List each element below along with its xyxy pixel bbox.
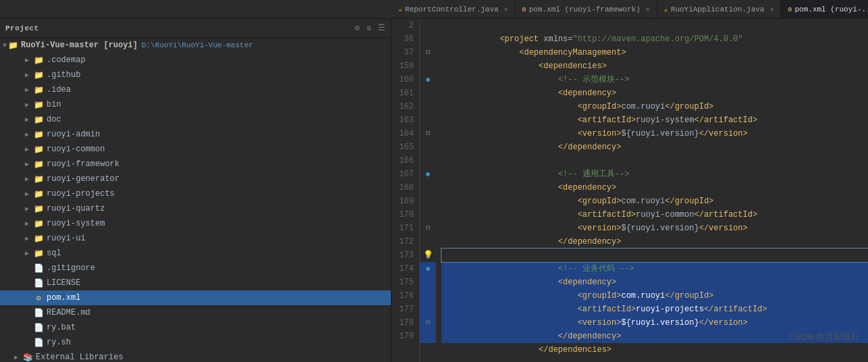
tree-item-ry-bat[interactable]: ▶ 📄 ry.bat [0,320,391,335]
xml-icon: ⚙ [522,5,526,14]
tab-pom-ruoyi[interactable]: ⚙ pom.xml (ruoyi-... ✕ [781,0,868,19]
sidebar-header: Project ⚙ ⇅ ☰ [0,19,391,38]
sidebar: Project ⚙ ⇅ ☰ ▼ 📁 RuoYi-Vue-master [ruoy… [0,19,391,362]
main-area: Project ⚙ ⇅ ☰ ▼ 📁 RuoYi-Vue-master [ruoy… [0,19,868,362]
tree-item-external-libraries[interactable]: ▶ 📚 External Libraries [0,350,391,362]
sidebar-tree: ▼ 📁 RuoYi-Vue-master [ruoyi] D:\RuoYi\Ru… [0,38,391,362]
code-lines[interactable]: <project xmlns="http://maven.apache.org/… [436,19,868,362]
folder-icon: 📁 [8,41,18,51]
gear-icon[interactable]: ☰ [378,23,385,33]
tree-item-bin[interactable]: ▶ 📁 bin [0,97,391,112]
tree-item-license[interactable]: ▶ 📄 LICENSE [0,276,391,290]
line-numbers: 2 36 37 159 160 161 162 163 164 165 166 … [391,19,420,362]
tree-item-ruoyi-common[interactable]: ▶ 📁 ruoyi-common [0,142,391,157]
close-icon[interactable]: ✕ [504,5,508,14]
gutter: ⊟ ● ⊟ ● ⊟ 💡 ● [420,19,436,362]
tab-bar: ☕ ReportController.java ✕ ⚙ pom.xml (ruo… [0,0,868,19]
tree-item-ruoyi-ui[interactable]: ▶ 📁 ruoyi-ui [0,231,391,246]
tree-item-gitignore[interactable]: ▶ 📄 .gitignore [0,261,391,276]
project-root[interactable]: ▼ 📁 RuoYi-Vue-master [ruoyi] D:\RuoYi\Ru… [0,38,391,53]
tab-pom-framework[interactable]: ⚙ pom.xml (ruoyi-framework) ✕ [516,0,657,19]
settings-icon[interactable]: ⚙ [355,23,360,33]
tree-item-ruoyi-admin[interactable]: ▶ 📁 ruoyi-admin [0,127,391,142]
tree-item-ry-sh[interactable]: ▶ 📄 ry.sh [0,335,391,350]
app-container: ☕ ReportController.java ✕ ⚙ pom.xml (ruo… [0,0,868,362]
java-icon: ☕ [398,5,402,14]
xml-icon: ⚙ [788,5,792,14]
tree-item-pom-xml[interactable]: ▶ ⚙ pom.xml [0,290,391,305]
watermark: CSDN @月影港行 [788,331,860,343]
code-line-173: <!-- 业务代码 --> [441,249,868,262]
tree-item-idea[interactable]: ▶ 📁 .idea [0,82,391,97]
tree-item-codemap[interactable]: ▶ 📁 .codemap [0,53,391,68]
code-area[interactable]: 2 36 37 159 160 161 162 163 164 165 166 … [391,19,868,362]
project-label: Project [5,24,39,32]
close-icon[interactable]: ✕ [769,5,774,14]
tab-reportcontroller[interactable]: ☕ ReportController.java ✕ [391,0,516,19]
editor: 2 36 37 159 160 161 162 163 164 165 166 … [391,19,868,362]
close-icon[interactable]: ✕ [646,5,650,14]
tree-item-sql[interactable]: ▶ 📁 sql [0,246,391,261]
root-label: RuoYi-Vue-master [ruoyi] [21,41,138,50]
tree-item-ruoyi-system[interactable]: ▶ 📁 ruoyi-system [0,216,391,231]
collapse-arrow: ▼ [3,42,7,49]
java-icon: ☕ [664,5,668,14]
tree-item-ruoyi-framework[interactable]: ▶ 📁 ruoyi-framework [0,157,391,172]
code-line-2: <project xmlns="http://maven.apache.org/… [441,19,868,32]
tree-item-ruoyi-projects[interactable]: ▶ 📁 ruoyi-projects [0,186,391,201]
tree-item-readme[interactable]: ▶ 📄 README.md [0,305,391,320]
tab-ruoyiapplication[interactable]: ☕ RuoYiApplication.java ✕ [657,0,782,19]
expand-icon[interactable]: ⇅ [367,23,371,33]
tree-item-ruoyi-generator[interactable]: ▶ 📁 ruoyi-generator [0,172,391,186]
tree-item-github[interactable]: ▶ 📁 .github [0,68,391,82]
tree-item-ruoyi-quartz[interactable]: ▶ 📁 ruoyi-quartz [0,201,391,216]
tree-item-doc[interactable]: ▶ 📁 doc [0,112,391,127]
code-line-166: <!-- 通用工具--> [441,154,868,167]
root-path: D:\RuoYi\RuoYi-Vue-master [142,41,253,49]
